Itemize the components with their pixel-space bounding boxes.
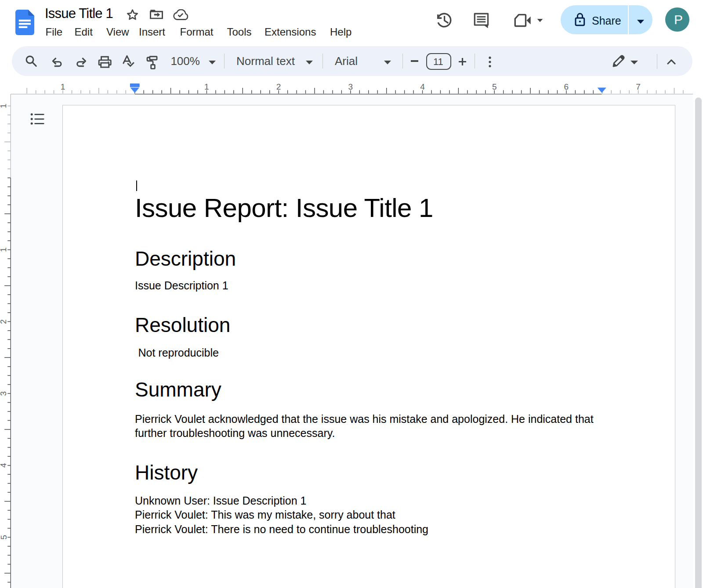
- svg-text:6: 6: [564, 82, 569, 91]
- svg-text:7: 7: [636, 82, 641, 91]
- svg-text:2: 2: [0, 319, 8, 324]
- svg-text:5: 5: [492, 82, 497, 91]
- svg-text:2: 2: [276, 82, 281, 91]
- svg-text:5: 5: [0, 535, 8, 540]
- svg-text:1: 1: [0, 104, 8, 108]
- svg-text:3: 3: [348, 82, 353, 91]
- svg-text:4: 4: [0, 463, 8, 468]
- svg-text:1: 1: [61, 82, 65, 91]
- svg-text:4: 4: [420, 82, 425, 91]
- svg-text:3: 3: [0, 391, 8, 396]
- svg-text:1: 1: [204, 82, 209, 91]
- svg-text:1: 1: [0, 247, 8, 252]
